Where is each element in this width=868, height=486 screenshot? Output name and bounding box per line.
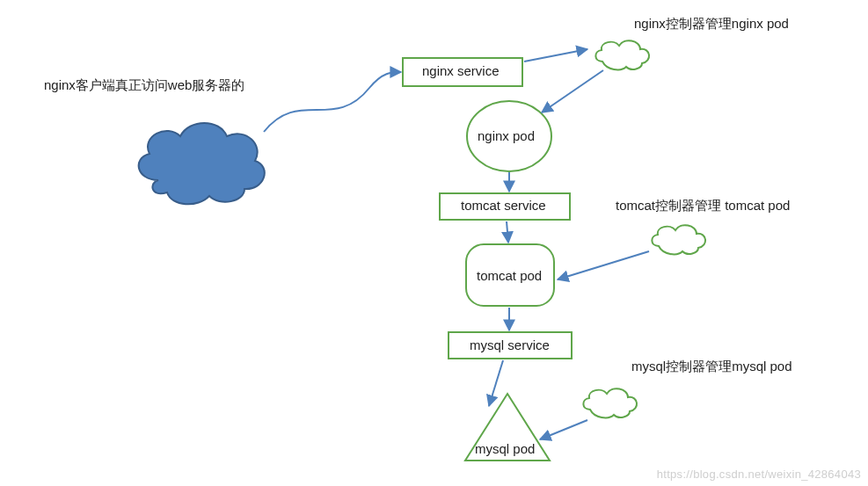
watermark: https://blog.csdn.net/weixin_42864043	[657, 468, 861, 481]
mysql-service-text: mysql service	[470, 337, 550, 352]
arrow-nginx-controller-to-pod	[542, 70, 603, 112]
tomcat-controller-cloud	[652, 225, 705, 254]
arrow-nginx-service-to-controller	[524, 49, 587, 62]
client-label: nginx客户端真正访问web服务器的	[44, 77, 244, 94]
client-cloud	[139, 123, 265, 204]
nginx-controller-cloud	[595, 40, 649, 69]
arrow-client-to-nginx-service	[264, 72, 401, 132]
tomcat-pod-text: tomcat pod	[477, 268, 542, 283]
tomcat-controller-label: tomcat控制器管理 tomcat pod	[616, 198, 790, 214]
nginx-pod-text: nginx pod	[478, 128, 535, 143]
arrow-mysql-service-to-pod	[489, 360, 503, 406]
arrow-mysql-controller-to-pod	[540, 420, 587, 439]
mysql-controller-label: mysql控制器管理mysql pod	[631, 359, 792, 375]
nginx-controller-label: nginx控制器管理nginx pod	[634, 16, 789, 33]
arrow-tomcat-service-to-pod	[507, 221, 508, 243]
mysql-controller-cloud	[583, 388, 637, 417]
mysql-pod-text: mysql pod	[475, 441, 535, 456]
nginx-service-text: nginx service	[422, 63, 500, 78]
tomcat-service-text: tomcat service	[461, 198, 546, 213]
arrow-tomcat-controller-to-pod	[558, 251, 649, 279]
